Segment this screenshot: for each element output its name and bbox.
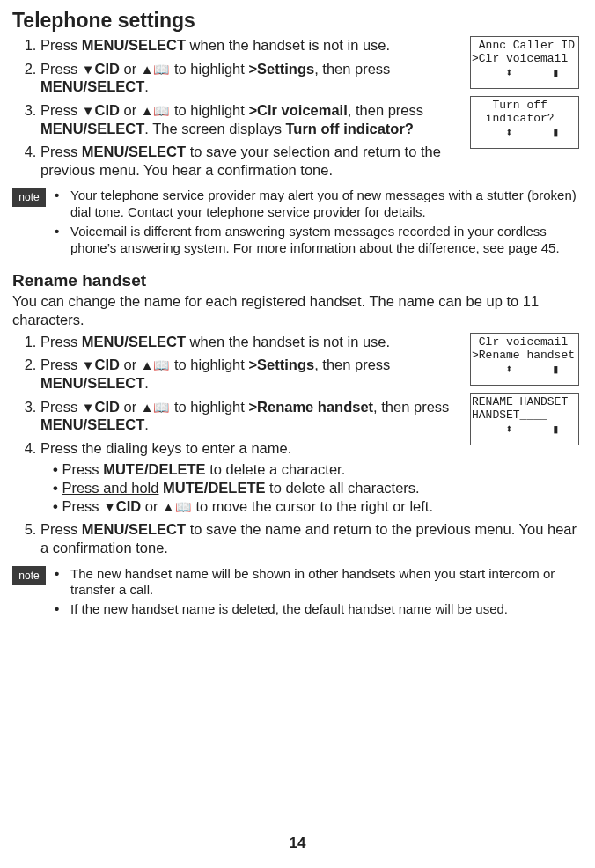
cid-label: CID: [94, 399, 119, 415]
section-title: Telephone settings: [12, 9, 583, 33]
bold-text: /SELECT: [84, 375, 145, 391]
section-intro: You can change the name for each registe…: [12, 292, 583, 328]
bold-text: /DELETE: [204, 480, 266, 496]
lcd-line: RENAME HANDSET: [472, 396, 577, 409]
substep-item: Press ▼CID or ▲📖 to move the cursor to t…: [53, 497, 583, 516]
lcd-line: Turn off: [472, 99, 577, 113]
step-text: , then press: [314, 61, 390, 77]
step-text: to highlight: [170, 357, 248, 372]
lcd-screen: Clr voicemail >Rename handset ⬍ ▮: [470, 333, 579, 386]
lcd-icons: ⬍ ▮: [472, 363, 577, 377]
substep-item: Press and hold MUTE/DELETE to delete all…: [53, 479, 583, 497]
step-text: or: [120, 357, 141, 372]
step-text: Press: [40, 102, 82, 118]
step-text: Press: [40, 521, 82, 537]
bold-text: /SELECT: [84, 121, 145, 136]
page-number: 14: [12, 835, 583, 852]
note-item: The new handset name will be shown in ot…: [55, 566, 583, 600]
bold-text: >Rename handset: [248, 399, 373, 415]
step-text: to delete all characters.: [265, 480, 419, 496]
up-arrow-icon: ▲: [141, 63, 154, 77]
note-block: note Your telephone service provider may…: [12, 188, 583, 259]
note-body: The new handset name will be shown in ot…: [55, 566, 583, 621]
step-text: to highlight: [170, 399, 248, 415]
section-title: Rename handset: [12, 271, 583, 291]
note-item: Your telephone service provider may aler…: [55, 188, 583, 221]
down-arrow-icon: ▼: [82, 401, 95, 415]
up-arrow-icon: ▲: [141, 401, 154, 415]
up-arrow-icon: ▲: [162, 500, 175, 514]
menu-small: MENU: [82, 143, 125, 159]
step-text: . The screen displays: [144, 121, 285, 136]
book-icon: 📖: [175, 500, 192, 514]
bold-text: /SELECT: [84, 416, 145, 432]
underlined-text: Press and hold: [62, 480, 158, 496]
step-text: when the handset is not in use.: [186, 37, 390, 53]
up-arrow-icon: ▲: [141, 358, 154, 372]
lcd-line: Clr voicemail: [472, 336, 577, 349]
step-text: , then press: [314, 357, 390, 372]
book-icon: 📖: [153, 358, 170, 372]
step-text: .: [144, 375, 149, 391]
mute-small: MUTE: [103, 461, 144, 477]
bold-text: /SELECT: [124, 521, 186, 537]
book-icon: 📖: [153, 401, 170, 415]
bold-text: >Settings: [248, 357, 314, 372]
lcd-icons: ⬍ ▮: [472, 66, 577, 80]
bold-text: >Settings: [248, 61, 314, 77]
step-text: Press: [40, 334, 82, 349]
step-text: or: [120, 102, 141, 118]
down-arrow-icon: ▼: [82, 358, 95, 372]
step-text: to delete a character.: [206, 461, 346, 477]
menu-small: MENU: [40, 121, 84, 136]
step-text: , then press: [373, 399, 449, 415]
note-block: note The new handset name will be shown …: [12, 566, 583, 621]
menu-small: MENU: [40, 416, 84, 432]
note-item: Voicemail is different from answering sy…: [55, 224, 583, 257]
manual-page: { "page_number": "14", "section1": { "ti…: [12, 9, 583, 868]
lcd-screens-group-2: Clr voicemail >Rename handset ⬍ ▮ RENAME…: [470, 333, 583, 452]
lcd-screen: Annc Caller ID >Clr voicemail ⬍ ▮: [470, 36, 579, 89]
step-text: to highlight: [170, 61, 248, 77]
note-label: note: [12, 566, 46, 585]
step-text: to highlight: [170, 102, 248, 118]
lcd-line: >Clr voicemail: [472, 53, 577, 66]
step-text: , then press: [348, 102, 423, 118]
cid-label: CID: [94, 61, 119, 77]
step-text: .: [144, 78, 149, 94]
bold-text: >Clr voicemail: [248, 102, 347, 118]
menu-small: MENU: [82, 521, 125, 537]
book-icon: 📖: [153, 104, 170, 118]
bold-text: /DELETE: [144, 461, 206, 477]
lcd-line: HANDSET____: [472, 409, 577, 423]
step-text: Press: [40, 61, 82, 77]
bold-text: /SELECT: [84, 78, 145, 94]
bold-text: MENU/SELECT: [82, 37, 186, 53]
lcd-screen: Turn off indicator? ⬍ ▮: [470, 96, 579, 149]
lcd-line: >Rename handset: [472, 349, 577, 363]
step-text: Press: [40, 357, 82, 372]
lcd-icons: ⬍ ▮: [472, 423, 577, 437]
step-text: Press: [40, 37, 82, 53]
cid-label: CID: [116, 498, 141, 514]
menu-small: MENU: [40, 78, 84, 94]
note-body: Your telephone service provider may aler…: [55, 188, 583, 259]
bold-text: /SELECT: [124, 143, 186, 159]
cid-label: CID: [94, 102, 119, 118]
step-text: Press the dialing keys to enter a name.: [40, 440, 291, 456]
note-item: If the new handset name is deleted, the …: [55, 601, 583, 618]
cid-label: CID: [94, 357, 119, 372]
step-text: Press: [40, 399, 82, 415]
step-text: or: [120, 61, 141, 77]
step-text: to move the cursor to the right or left.: [192, 498, 433, 514]
note-label: note: [12, 188, 46, 207]
step-text: .: [144, 416, 149, 432]
bold-text: MENU/SELECT: [82, 334, 186, 349]
step-item: Press MENU/SELECT to save the name and r…: [40, 520, 583, 556]
step-text: Press: [62, 461, 103, 477]
down-arrow-icon: ▼: [103, 500, 116, 514]
step-text: Press: [62, 498, 103, 514]
step-text: Press: [40, 143, 82, 159]
lcd-icons: ⬍ ▮: [472, 126, 577, 140]
substep-item: Press MUTE/DELETE to delete a character.: [53, 460, 583, 479]
